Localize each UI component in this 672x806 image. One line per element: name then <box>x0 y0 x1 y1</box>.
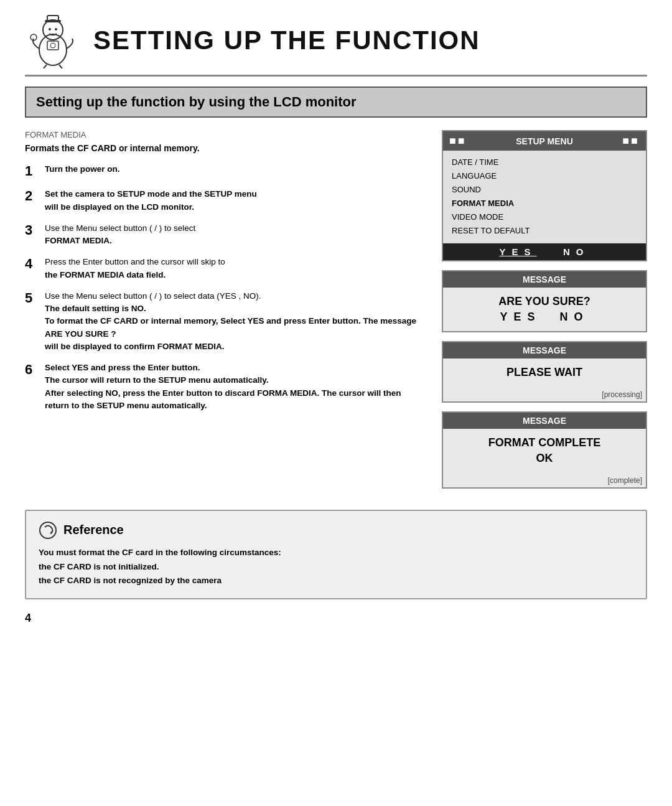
step-2: 2 Set the camera to SETUP mode and the S… <box>25 188 423 213</box>
message-caption-3: [complete] <box>443 475 646 487</box>
message-box-2: MESSAGE PLEASE WAIT [processing] <box>442 341 647 403</box>
reference-box: Reference You must format the CF card in… <box>25 510 647 600</box>
step-6: 6 Select YES and press the Enter button.… <box>25 362 423 412</box>
svg-point-5 <box>55 28 57 30</box>
right-column: ■■ SETUP MENU ■■ DATE / TIME LANGUAGE SO… <box>442 130 647 497</box>
setup-menu-item-datetime: DATE / TIME <box>452 156 637 169</box>
message-header-2: MESSAGE <box>443 342 646 358</box>
setup-menu-item-reset: RESET TO DEFAULT <box>452 224 637 238</box>
step-5: 5 Use the Menu select button ( / ) to se… <box>25 290 423 353</box>
reference-content: You must format the CF card in the follo… <box>39 546 633 589</box>
main-layout: FORMAT MEDIA Formats the CF CARD or inte… <box>25 130 647 497</box>
svg-point-8 <box>50 43 55 48</box>
step-4: 4 Press the Enter button and the cursor … <box>25 256 423 281</box>
svg-point-9 <box>40 522 56 538</box>
setup-menu-yes-no: YES NO <box>443 243 646 260</box>
message-box-3: MESSAGE FORMAT COMPLETE OK [complete] <box>442 411 647 489</box>
reference-icon <box>39 521 57 540</box>
message-header-3: MESSAGE <box>443 413 646 429</box>
setup-menu-title: ■■ SETUP MENU ■■ <box>443 131 646 151</box>
page-number: 4 <box>25 612 647 625</box>
format-media-label: FORMAT MEDIA <box>25 130 423 139</box>
message-content-3: FORMAT COMPLETE OK <box>443 429 646 475</box>
setup-menu-items: DATE / TIME LANGUAGE SOUND FORMAT MEDIA … <box>443 151 646 243</box>
svg-point-4 <box>49 28 51 30</box>
message-content-2: PLEASE WAIT <box>443 358 646 389</box>
step-3: 3 Use the Menu select button ( / ) to se… <box>25 222 423 248</box>
svg-rect-7 <box>47 41 58 50</box>
formats-description: Formats the CF CARD or internal memory. <box>25 143 423 153</box>
setup-menu-item-language: LANGUAGE <box>452 169 637 183</box>
reference-title: Reference <box>39 521 633 540</box>
message-content-1: ARE YOU SURE? YES NO <box>443 288 646 331</box>
step-1: 1 Turn the power on. <box>25 163 423 179</box>
mascot-icon <box>25 12 81 68</box>
left-column: FORMAT MEDIA Formats the CF CARD or inte… <box>25 130 423 497</box>
setup-menu-box: ■■ SETUP MENU ■■ DATE / TIME LANGUAGE SO… <box>442 130 647 261</box>
message-caption-2: [processing] <box>443 389 646 401</box>
setup-menu-item-video: VIDEO MODE <box>452 210 637 224</box>
message-header-1: MESSAGE <box>443 271 646 288</box>
message-yes-no: YES NO <box>452 311 637 324</box>
message-box-1: MESSAGE ARE YOU SURE? YES NO <box>442 270 647 332</box>
svg-point-1 <box>43 20 63 40</box>
section-heading: Setting up the function by using the LCD… <box>25 87 647 118</box>
setup-menu-item-sound: SOUND <box>452 183 637 197</box>
setup-menu-item-format: FORMAT MEDIA <box>452 197 637 210</box>
page-header: SETTING UP THE FUNCTION <box>25 12 647 77</box>
page-title: SETTING UP THE FUNCTION <box>93 26 480 55</box>
